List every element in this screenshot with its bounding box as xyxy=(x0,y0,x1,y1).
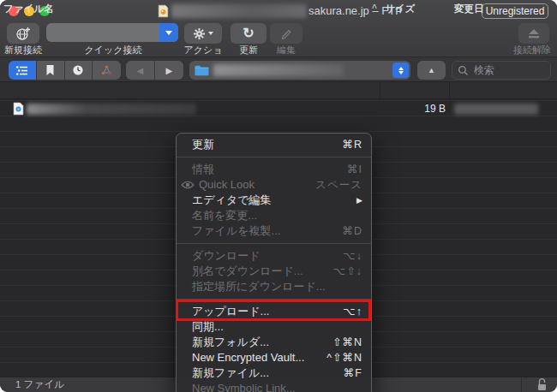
list-tree-icon xyxy=(15,65,28,76)
eye-icon xyxy=(181,181,195,189)
redacted-path-text xyxy=(213,64,344,76)
new-connection-label: 新規接続 xyxy=(0,45,46,55)
history-segment[interactable] xyxy=(65,61,93,80)
chevron-down-icon xyxy=(398,71,404,74)
column-header-filename[interactable]: ファイル名 xyxy=(3,0,54,17)
search-field[interactable] xyxy=(452,61,551,80)
table-header xyxy=(0,82,557,99)
menu-separator xyxy=(177,157,371,157)
chevron-down-icon xyxy=(208,32,213,35)
refresh-button[interactable]: ↻ xyxy=(231,23,267,44)
file-count-label: 1 ファイル xyxy=(15,377,64,392)
chevron-down-icon xyxy=(165,31,172,35)
path-popup-button[interactable] xyxy=(189,61,410,80)
submenu-arrow-icon: ▶ xyxy=(356,193,362,208)
chevron-up-icon xyxy=(398,67,404,70)
search-input[interactable] xyxy=(472,63,544,77)
forward-arrow-icon: ▶ xyxy=(165,66,172,75)
globe-plus-icon xyxy=(15,27,31,41)
bookmark-icon xyxy=(45,64,55,76)
refresh-icon: ↻ xyxy=(243,27,254,40)
menu-separator xyxy=(177,243,371,244)
pencil-icon xyxy=(280,27,292,39)
forward-button[interactable]: ▶ xyxy=(155,61,184,80)
menu-item-download-to: 指定場所にダウンロード... xyxy=(177,279,371,294)
edit-button xyxy=(270,23,302,44)
gear-icon xyxy=(193,27,206,40)
menu-item-new-symbolic-link: New Symbolic Link... xyxy=(177,381,371,392)
menu-item-download-as: 別名でダウンロード... ⌥⇧↓ xyxy=(177,264,371,279)
disconnect-button xyxy=(518,23,549,44)
document-proxy-icon xyxy=(158,4,169,18)
menu-item-duplicate-file: ファイルを複製... ⌘D xyxy=(177,223,371,239)
sort-ascending-icon: ^ xyxy=(372,0,377,17)
go-up-directory-button[interactable]: ▲ xyxy=(417,61,446,80)
disconnect-label: 接続解除 xyxy=(509,45,555,55)
menu-item-new-folder[interactable]: 新規フォルダ... ⇧⌘N xyxy=(177,335,371,350)
network-nodes-icon xyxy=(100,64,113,76)
menu-item-info: 情報 ⌘I xyxy=(177,162,371,177)
annotation-highlight-box xyxy=(176,300,371,321)
menu-item-new-file[interactable]: 新規ファイル... ⌘F xyxy=(177,365,371,381)
up-triangle-icon: ▲ xyxy=(428,66,435,74)
menu-item-rename: 名前を変更... xyxy=(177,208,371,223)
menu-item-download: ダウンロード ⌥↓ xyxy=(177,248,371,264)
redacted-server-name xyxy=(171,4,307,18)
statusbar-divider xyxy=(521,377,522,392)
action-button[interactable] xyxy=(184,23,222,44)
folder-icon xyxy=(194,63,210,77)
unlocked-padlock-icon xyxy=(536,377,548,391)
ftp-client-window: sakura.ne.jp – FTP Unregistered 新規接続 クイッ… xyxy=(0,0,557,392)
context-menu: 更新 ⌘R 情報 ⌘I Quick Look スペース エディタで編集 ▶ 名前… xyxy=(176,133,372,392)
column-divider xyxy=(380,83,380,98)
column-header-modified[interactable]: 変更日 xyxy=(454,0,484,17)
column-divider xyxy=(449,83,450,98)
back-button: ◀ xyxy=(126,61,155,80)
menu-item-quick-look: Quick Look スペース xyxy=(177,177,371,193)
path-stepper-control[interactable] xyxy=(392,62,409,78)
eject-icon xyxy=(527,28,541,39)
search-icon xyxy=(458,65,469,76)
clock-icon xyxy=(72,64,84,76)
refresh-label: 更新 xyxy=(237,45,261,55)
menu-item-edit-in-editor[interactable]: エディタで編集 ▶ xyxy=(177,193,371,208)
back-arrow-icon: ◀ xyxy=(136,66,143,75)
quick-connect-dropdown-button[interactable] xyxy=(159,23,178,42)
redacted-modified-date xyxy=(454,104,538,115)
menu-item-new-encrypted-vault[interactable]: New Encrypted Vault... ^⇧⌘N xyxy=(177,350,371,365)
menu-item-sync[interactable]: 同期... xyxy=(177,319,371,335)
menu-item-refresh[interactable]: 更新 ⌘R xyxy=(177,137,371,152)
network-segment[interactable] xyxy=(93,61,121,80)
bookmarks-segment[interactable] xyxy=(37,61,65,80)
file-document-icon xyxy=(13,102,24,116)
view-segmented-control xyxy=(9,61,121,80)
redacted-file-name xyxy=(27,104,196,115)
file-size-cell: 19 B xyxy=(377,101,446,116)
view-list-segment[interactable] xyxy=(9,61,37,80)
unregistered-badge[interactable]: Unregistered xyxy=(482,3,548,19)
action-label: アクション xyxy=(179,45,227,55)
quick-connect-label: クイック接続 xyxy=(70,45,156,55)
new-connection-button[interactable] xyxy=(7,23,39,44)
edit-label: 編集 xyxy=(274,45,298,55)
column-header-size[interactable]: サイズ xyxy=(385,0,415,17)
quick-connect-field[interactable] xyxy=(46,23,178,42)
history-nav-control: ◀ ▶ xyxy=(126,61,183,80)
